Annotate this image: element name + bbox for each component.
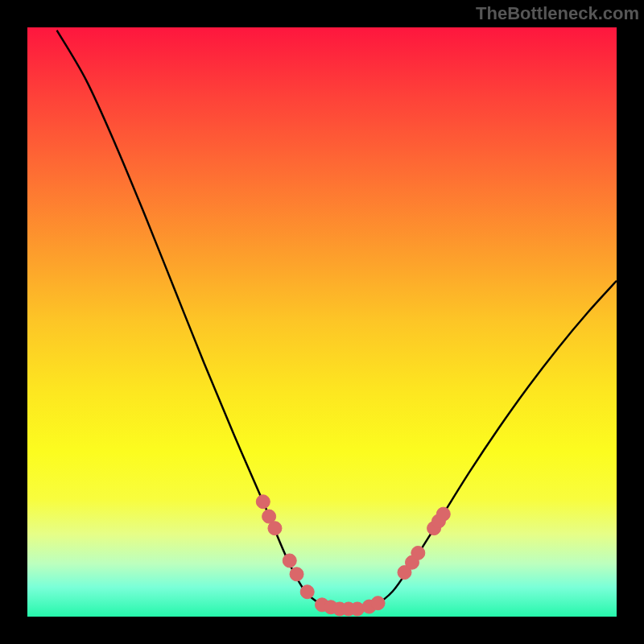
data-marker bbox=[256, 495, 270, 509]
data-marker bbox=[371, 597, 385, 610]
chart-svg bbox=[0, 0, 644, 644]
data-marker bbox=[300, 585, 314, 599]
watermark: TheBottleneck.com bbox=[476, 3, 639, 24]
data-marker bbox=[283, 554, 296, 568]
data-marker bbox=[350, 602, 364, 616]
data-marker bbox=[436, 507, 450, 521]
chart-frame: TheBottleneck.com bbox=[0, 0, 644, 644]
data-marker bbox=[268, 522, 282, 535]
data-marker bbox=[411, 546, 425, 559]
data-marker bbox=[290, 568, 303, 581]
bottleneck-curve bbox=[57, 31, 617, 609]
